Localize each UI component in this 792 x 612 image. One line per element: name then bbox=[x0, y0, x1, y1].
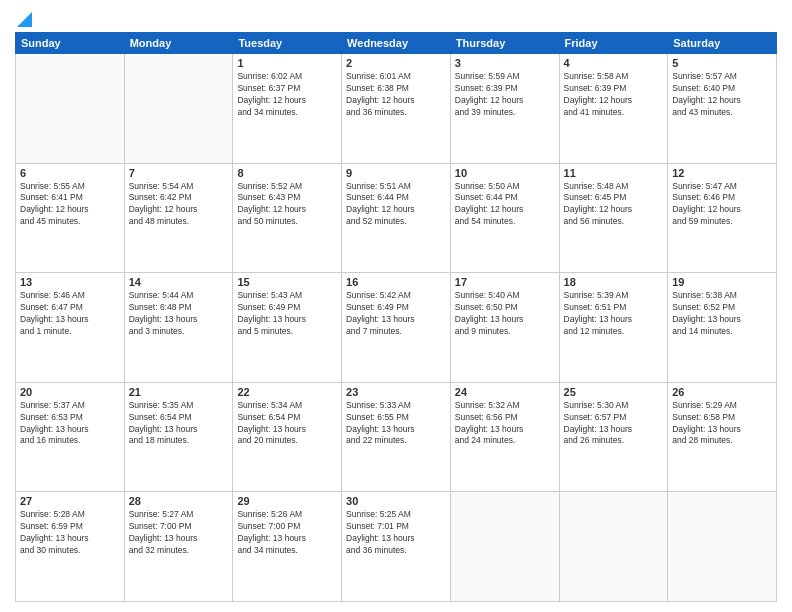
calendar-cell: 28Sunrise: 5:27 AM Sunset: 7:00 PM Dayli… bbox=[124, 492, 233, 602]
calendar-cell: 14Sunrise: 5:44 AM Sunset: 6:48 PM Dayli… bbox=[124, 273, 233, 383]
day-number: 4 bbox=[564, 57, 664, 69]
day-number: 9 bbox=[346, 167, 446, 179]
day-number: 8 bbox=[237, 167, 337, 179]
day-number: 30 bbox=[346, 495, 446, 507]
day-info: Sunrise: 5:50 AM Sunset: 6:44 PM Dayligh… bbox=[455, 181, 555, 229]
calendar-cell: 25Sunrise: 5:30 AM Sunset: 6:57 PM Dayli… bbox=[559, 382, 668, 492]
day-info: Sunrise: 5:30 AM Sunset: 6:57 PM Dayligh… bbox=[564, 400, 664, 448]
col-header-thursday: Thursday bbox=[450, 33, 559, 54]
logo bbox=[15, 10, 34, 24]
day-number: 1 bbox=[237, 57, 337, 69]
day-number: 24 bbox=[455, 386, 555, 398]
day-info: Sunrise: 5:26 AM Sunset: 7:00 PM Dayligh… bbox=[237, 509, 337, 557]
col-header-tuesday: Tuesday bbox=[233, 33, 342, 54]
calendar-cell bbox=[668, 492, 777, 602]
day-info: Sunrise: 5:44 AM Sunset: 6:48 PM Dayligh… bbox=[129, 290, 229, 338]
day-info: Sunrise: 5:55 AM Sunset: 6:41 PM Dayligh… bbox=[20, 181, 120, 229]
calendar-cell: 22Sunrise: 5:34 AM Sunset: 6:54 PM Dayli… bbox=[233, 382, 342, 492]
calendar-header-row: SundayMondayTuesdayWednesdayThursdayFrid… bbox=[16, 33, 777, 54]
calendar-cell: 12Sunrise: 5:47 AM Sunset: 6:46 PM Dayli… bbox=[668, 163, 777, 273]
calendar-cell: 15Sunrise: 5:43 AM Sunset: 6:49 PM Dayli… bbox=[233, 273, 342, 383]
day-number: 14 bbox=[129, 276, 229, 288]
calendar-cell: 11Sunrise: 5:48 AM Sunset: 6:45 PM Dayli… bbox=[559, 163, 668, 273]
day-info: Sunrise: 5:46 AM Sunset: 6:47 PM Dayligh… bbox=[20, 290, 120, 338]
day-number: 7 bbox=[129, 167, 229, 179]
day-number: 3 bbox=[455, 57, 555, 69]
day-number: 28 bbox=[129, 495, 229, 507]
day-info: Sunrise: 5:28 AM Sunset: 6:59 PM Dayligh… bbox=[20, 509, 120, 557]
day-info: Sunrise: 5:47 AM Sunset: 6:46 PM Dayligh… bbox=[672, 181, 772, 229]
col-header-saturday: Saturday bbox=[668, 33, 777, 54]
week-row-5: 27Sunrise: 5:28 AM Sunset: 6:59 PM Dayli… bbox=[16, 492, 777, 602]
calendar-cell bbox=[124, 54, 233, 164]
day-info: Sunrise: 5:38 AM Sunset: 6:52 PM Dayligh… bbox=[672, 290, 772, 338]
calendar-cell: 5Sunrise: 5:57 AM Sunset: 6:40 PM Daylig… bbox=[668, 54, 777, 164]
day-info: Sunrise: 5:29 AM Sunset: 6:58 PM Dayligh… bbox=[672, 400, 772, 448]
day-number: 6 bbox=[20, 167, 120, 179]
day-number: 29 bbox=[237, 495, 337, 507]
calendar-cell: 13Sunrise: 5:46 AM Sunset: 6:47 PM Dayli… bbox=[16, 273, 125, 383]
calendar-cell: 17Sunrise: 5:40 AM Sunset: 6:50 PM Dayli… bbox=[450, 273, 559, 383]
day-info: Sunrise: 5:43 AM Sunset: 6:49 PM Dayligh… bbox=[237, 290, 337, 338]
calendar-cell: 20Sunrise: 5:37 AM Sunset: 6:53 PM Dayli… bbox=[16, 382, 125, 492]
col-header-sunday: Sunday bbox=[16, 33, 125, 54]
day-info: Sunrise: 5:52 AM Sunset: 6:43 PM Dayligh… bbox=[237, 181, 337, 229]
calendar-cell: 29Sunrise: 5:26 AM Sunset: 7:00 PM Dayli… bbox=[233, 492, 342, 602]
svg-marker-0 bbox=[18, 12, 32, 26]
calendar-cell: 6Sunrise: 5:55 AM Sunset: 6:41 PM Daylig… bbox=[16, 163, 125, 273]
calendar-cell: 2Sunrise: 6:01 AM Sunset: 6:38 PM Daylig… bbox=[342, 54, 451, 164]
day-number: 15 bbox=[237, 276, 337, 288]
day-number: 11 bbox=[564, 167, 664, 179]
day-info: Sunrise: 5:48 AM Sunset: 6:45 PM Dayligh… bbox=[564, 181, 664, 229]
day-info: Sunrise: 5:25 AM Sunset: 7:01 PM Dayligh… bbox=[346, 509, 446, 557]
day-info: Sunrise: 5:57 AM Sunset: 6:40 PM Dayligh… bbox=[672, 71, 772, 119]
week-row-3: 13Sunrise: 5:46 AM Sunset: 6:47 PM Dayli… bbox=[16, 273, 777, 383]
day-number: 21 bbox=[129, 386, 229, 398]
calendar-cell bbox=[559, 492, 668, 602]
day-info: Sunrise: 5:37 AM Sunset: 6:53 PM Dayligh… bbox=[20, 400, 120, 448]
calendar-cell: 26Sunrise: 5:29 AM Sunset: 6:58 PM Dayli… bbox=[668, 382, 777, 492]
logo-triangle-icon bbox=[16, 10, 34, 28]
day-info: Sunrise: 5:27 AM Sunset: 7:00 PM Dayligh… bbox=[129, 509, 229, 557]
day-info: Sunrise: 5:59 AM Sunset: 6:39 PM Dayligh… bbox=[455, 71, 555, 119]
calendar-cell: 21Sunrise: 5:35 AM Sunset: 6:54 PM Dayli… bbox=[124, 382, 233, 492]
day-info: Sunrise: 6:02 AM Sunset: 6:37 PM Dayligh… bbox=[237, 71, 337, 119]
day-number: 20 bbox=[20, 386, 120, 398]
week-row-2: 6Sunrise: 5:55 AM Sunset: 6:41 PM Daylig… bbox=[16, 163, 777, 273]
col-header-friday: Friday bbox=[559, 33, 668, 54]
day-number: 17 bbox=[455, 276, 555, 288]
calendar-cell: 7Sunrise: 5:54 AM Sunset: 6:42 PM Daylig… bbox=[124, 163, 233, 273]
calendar-cell: 4Sunrise: 5:58 AM Sunset: 6:39 PM Daylig… bbox=[559, 54, 668, 164]
page: SundayMondayTuesdayWednesdayThursdayFrid… bbox=[0, 0, 792, 612]
day-info: Sunrise: 5:51 AM Sunset: 6:44 PM Dayligh… bbox=[346, 181, 446, 229]
calendar-cell: 30Sunrise: 5:25 AM Sunset: 7:01 PM Dayli… bbox=[342, 492, 451, 602]
header bbox=[15, 10, 777, 24]
week-row-4: 20Sunrise: 5:37 AM Sunset: 6:53 PM Dayli… bbox=[16, 382, 777, 492]
day-number: 22 bbox=[237, 386, 337, 398]
calendar-cell: 23Sunrise: 5:33 AM Sunset: 6:55 PM Dayli… bbox=[342, 382, 451, 492]
calendar-table: SundayMondayTuesdayWednesdayThursdayFrid… bbox=[15, 32, 777, 602]
calendar-cell: 16Sunrise: 5:42 AM Sunset: 6:49 PM Dayli… bbox=[342, 273, 451, 383]
calendar-cell: 24Sunrise: 5:32 AM Sunset: 6:56 PM Dayli… bbox=[450, 382, 559, 492]
calendar-cell: 18Sunrise: 5:39 AM Sunset: 6:51 PM Dayli… bbox=[559, 273, 668, 383]
day-number: 16 bbox=[346, 276, 446, 288]
day-number: 19 bbox=[672, 276, 772, 288]
day-info: Sunrise: 5:42 AM Sunset: 6:49 PM Dayligh… bbox=[346, 290, 446, 338]
day-number: 5 bbox=[672, 57, 772, 69]
calendar-cell: 1Sunrise: 6:02 AM Sunset: 6:37 PM Daylig… bbox=[233, 54, 342, 164]
calendar-cell bbox=[16, 54, 125, 164]
calendar-cell: 27Sunrise: 5:28 AM Sunset: 6:59 PM Dayli… bbox=[16, 492, 125, 602]
day-number: 2 bbox=[346, 57, 446, 69]
day-info: Sunrise: 5:32 AM Sunset: 6:56 PM Dayligh… bbox=[455, 400, 555, 448]
calendar-cell: 10Sunrise: 5:50 AM Sunset: 6:44 PM Dayli… bbox=[450, 163, 559, 273]
day-info: Sunrise: 5:35 AM Sunset: 6:54 PM Dayligh… bbox=[129, 400, 229, 448]
calendar-cell: 9Sunrise: 5:51 AM Sunset: 6:44 PM Daylig… bbox=[342, 163, 451, 273]
col-header-monday: Monday bbox=[124, 33, 233, 54]
day-info: Sunrise: 5:33 AM Sunset: 6:55 PM Dayligh… bbox=[346, 400, 446, 448]
day-number: 13 bbox=[20, 276, 120, 288]
calendar-cell: 3Sunrise: 5:59 AM Sunset: 6:39 PM Daylig… bbox=[450, 54, 559, 164]
day-number: 12 bbox=[672, 167, 772, 179]
day-info: Sunrise: 5:39 AM Sunset: 6:51 PM Dayligh… bbox=[564, 290, 664, 338]
week-row-1: 1Sunrise: 6:02 AM Sunset: 6:37 PM Daylig… bbox=[16, 54, 777, 164]
calendar-cell bbox=[450, 492, 559, 602]
